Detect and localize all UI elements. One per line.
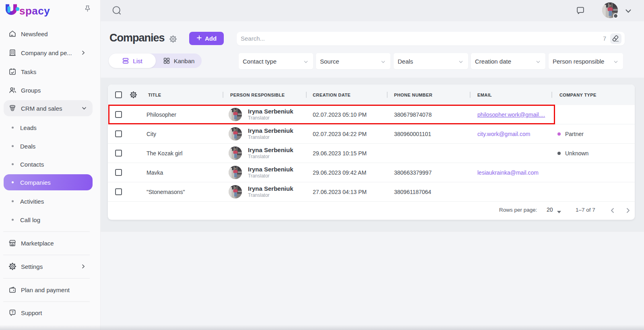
- svg-text:spacy: spacy: [19, 5, 50, 17]
- svg-text:?: ?: [11, 310, 13, 314]
